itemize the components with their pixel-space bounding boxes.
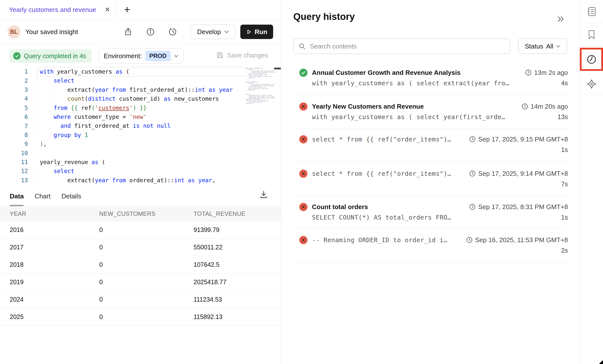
download-icon[interactable] [259,190,268,199]
run-label: Run [255,28,267,36]
tab-title: Yearly customers and revenue [9,6,104,14]
insight-toolbar: BL Your saved insight Develop Run [0,19,281,45]
history-item[interactable]: -- Renaming ORDER_ID to order_id i… Sep … [293,235,568,254]
cell-new-customers: 0 [99,261,194,268]
line-number: 9 [0,141,28,147]
history-item-time: 14m 20s ago [522,103,568,110]
status-filter-value: All [546,43,553,50]
history-item-title: Yearly New Customers and Revenue [312,103,522,110]
clock-icon [522,103,528,110]
history-item-time: Sep 17, 2025, 8:31 PM GMT+8 [469,203,568,211]
info-icon[interactable] [146,28,155,36]
table-row[interactable]: 2025 0 115892.13 [0,308,281,326]
cell-new-customers: 0 [99,278,194,286]
right-icon-rail [580,0,603,364]
history-clock-icon-active[interactable] [580,48,603,71]
line-number: 7 [0,123,28,129]
bookmark-icon[interactable] [580,27,603,42]
collapse-panel-icon[interactable] [557,15,565,23]
table-row[interactable]: 2018 0 107642.5 [0,256,281,273]
tab-chart[interactable]: Chart [35,186,50,206]
cell-total-revenue: 550011.22 [194,244,281,251]
line-number: 8 [0,132,28,138]
table-row[interactable]: 2019 0 2025418.77 [0,273,281,291]
status-icon [299,203,307,211]
tab-details[interactable]: Details [61,186,81,206]
status-filter-dropdown[interactable]: Status All [518,39,567,54]
save-changes-button[interactable]: Save changes [216,51,268,59]
query-editor-pane: Yearly customers and revenue ✕ + BL Your… [0,0,281,364]
results-table-body: 2016 0 91399.79 2017 0 550011.22 2018 0 … [0,221,281,326]
history-item-duration: 1s [561,146,568,154]
clock-icon [469,136,476,142]
line-number: 2 [0,78,28,84]
close-tab-icon[interactable]: ✕ [104,6,110,14]
history-item-snippet: with yearly_customers as ( select year(f… [312,113,505,121]
play-icon [246,29,252,35]
history-item[interactable]: select * from {{ ref("order_items")… Sep… [293,169,568,188]
cell-total-revenue: 2025418.77 [194,278,281,286]
notebook-icon[interactable] [580,4,603,19]
search-icon [299,43,305,50]
history-item-duration: 1s [561,214,568,221]
lineage-icon[interactable] [580,77,603,91]
table-row[interactable]: 2017 0 550011.22 [0,239,281,256]
divider [293,162,568,162]
code-text: and first_ordered_at is not null [40,121,171,130]
code-text: extract(year from ordered_at)::int as ye… [40,176,215,185]
x-icon [301,137,306,142]
share-icon[interactable] [124,28,132,36]
sql-code-editor[interactable]: 1 with yearly_customers as ( 2 select 3 … [0,67,281,185]
history-item[interactable]: Yearly New Customers and Revenue 14m 20s… [293,102,568,121]
clock-icon [469,204,476,210]
table-row[interactable]: 2016 0 91399.79 [0,221,281,239]
run-button[interactable]: Run [240,25,273,39]
history-item[interactable]: Count total orders Sep 17, 2025, 8:31 PM… [293,202,568,221]
new-tab-button[interactable]: + [121,0,133,19]
history-clock-icon [586,54,597,65]
code-text: where customer_type = 'new' [40,112,147,121]
search-input[interactable] [309,42,505,50]
results-table-header: YEARNEW_CUSTOMERSTOTAL_REVENUE [0,206,281,221]
history-item-time: 13m 2s ago [525,69,568,77]
environment-selector[interactable]: Environment: PROD [99,48,184,64]
column-header: NEW_CUSTOMERS [99,210,194,217]
environment-label: Environment: [104,52,142,60]
clock-icon [466,237,473,243]
history-item[interactable]: select * from {{ ref("order_items")… Sep… [293,135,568,154]
table-row[interactable]: 2024 0 111234.53 [0,291,281,308]
query-history-panel: Query history Status All Annual Customer… [281,0,580,364]
develop-dropdown[interactable]: Develop [190,25,236,39]
status-icon [299,170,307,178]
code-text: yearly_revenue as ( [40,158,105,167]
editor-minimap[interactable]: with yearly_customers as ( select extrac… [246,68,275,172]
tab-data[interactable]: Data [10,186,24,206]
scrollbar-thumb[interactable] [274,68,281,69]
cell-total-revenue: 115892.13 [194,313,281,320]
x-icon [301,104,306,109]
history-item-duration: 7s [561,180,568,188]
tab-yearly-customers-and-revenue[interactable]: Yearly customers and revenue ✕ [0,0,116,19]
cell-total-revenue: 111234.53 [194,296,281,303]
clock-icon [469,170,476,177]
history-item-snippet: with yearly_customers as ( select extrac… [312,80,509,87]
divider [293,94,568,95]
line-number: 4 [0,95,28,102]
code-line: 11 yearly_revenue as ( [0,158,245,167]
history-item-title: select * from {{ ref("order_items")… [312,136,451,143]
cell-total-revenue: 107642.5 [194,261,281,268]
code-line: 5 from {{ ref('customers') }} [0,103,245,112]
clock-icon [525,69,532,76]
history-item-title: select * from {{ ref("order_items")… [312,170,451,177]
status-row: Query completed in 4s Environment: PROD … [0,44,281,67]
version-history-icon[interactable] [169,28,177,36]
tab-bar: Yearly customers and revenue ✕ + [0,0,281,20]
code-text: count(distinct customer_id) as new_custo… [40,94,219,103]
line-number: 1 [0,68,28,75]
code-text: from {{ ref('customers') }} [40,103,147,112]
cell-year: 2025 [10,313,99,320]
status-icon [299,236,307,244]
line-number: 10 [0,150,28,156]
history-item[interactable]: Annual Customer Growth and Revenue Analy… [293,68,568,87]
history-item-time: Sep 17, 2025, 9:14 PM GMT+8 [469,170,568,178]
